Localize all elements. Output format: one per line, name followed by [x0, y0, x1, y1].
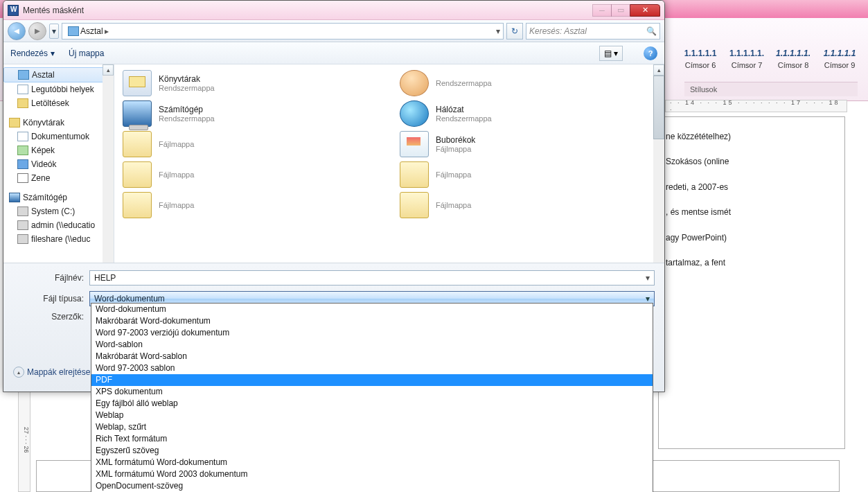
- file-item-type: Rendszermappa: [436, 114, 492, 123]
- address-dropdown-icon[interactable]: ▾: [496, 26, 500, 36]
- file-item[interactable]: Fájlmappa: [400, 161, 649, 188]
- close-button[interactable]: ✕: [630, 4, 660, 17]
- file-item-type: Rendszermappa: [159, 114, 215, 123]
- filetype-option[interactable]: Word-sablon: [91, 339, 653, 351]
- file-item[interactable]: Hálózat Rendszermappa: [400, 100, 649, 127]
- filetype-option[interactable]: Makróbarát Word-dokumentum: [91, 315, 653, 327]
- chevron-down-icon[interactable]: ▾: [646, 273, 650, 283]
- filetype-option[interactable]: XML formátumú Word 2003 dokumentum: [91, 468, 653, 480]
- file-item[interactable]: Fájlmappa: [123, 131, 372, 157]
- filetype-option[interactable]: Weblap, szűrt: [91, 421, 653, 433]
- style-preview[interactable]: 1.1.1.1.1Címsor 9: [818, 49, 861, 69]
- sidebar-item-label: Legutóbbi helyek: [31, 85, 94, 94]
- sidebar-item[interactable]: Képek: [3, 143, 114, 157]
- filetype-option[interactable]: Egy fájlból álló weblap: [91, 398, 653, 410]
- style-preview[interactable]: 1.1.1.1.1.Címsor 8: [772, 49, 815, 69]
- file-item[interactable]: Buborékok Fájlmappa: [400, 131, 649, 157]
- address-segment-label: Asztal: [80, 26, 103, 36]
- sidebar-item[interactable]: Letöltések: [3, 96, 114, 110]
- organize-button[interactable]: Rendezés ▾: [10, 49, 55, 58]
- sidebar-item-label: Képek: [31, 146, 55, 155]
- file-item[interactable]: Rendszermappa: [400, 70, 649, 96]
- folder-icon: [9, 118, 20, 128]
- sidebar-item[interactable]: admin (\\educatio: [3, 218, 114, 232]
- search-input[interactable]: Keresés: Asztal 🔍: [526, 23, 660, 39]
- file-item-type: Fájlmappa: [159, 201, 194, 209]
- style-caption: Címsor 6: [679, 61, 722, 69]
- scroll-up-icon[interactable]: ▴: [653, 64, 664, 76]
- maximize-button[interactable]: ▭: [611, 4, 630, 17]
- document-text: Szokásos (online: [666, 155, 838, 168]
- forward-button[interactable]: ►: [28, 22, 46, 40]
- sidebar-item[interactable]: Asztal: [3, 67, 114, 82]
- file-item[interactable]: Számítógép Rendszermappa: [123, 100, 372, 127]
- sidebar-item[interactable]: Könyvtárak: [3, 116, 114, 130]
- dialog-titlebar[interactable]: Mentés másként ─ ▭ ✕: [3, 1, 664, 20]
- filetype-option[interactable]: OpenDocument-szöveg: [91, 480, 653, 492]
- refresh-button[interactable]: ↻: [506, 23, 523, 39]
- filetype-option[interactable]: Egyszerű szöveg: [91, 445, 653, 457]
- fldempty-icon: [400, 161, 429, 188]
- new-folder-button[interactable]: Új mappa: [69, 49, 104, 58]
- fldempty-icon: [123, 192, 152, 218]
- filetype-option[interactable]: Weblap: [91, 410, 653, 421]
- sidebar-item-label: Letöltések: [31, 98, 69, 108]
- file-item-type: Rendszermappa: [436, 79, 492, 87]
- file-item[interactable]: Fájlmappa: [123, 161, 372, 188]
- file-item[interactable]: Fájlmappa: [123, 192, 372, 218]
- file-item[interactable]: Fájlmappa: [400, 192, 649, 218]
- vertical-ruler: 27 · · · 26: [18, 388, 30, 492]
- filetype-dropdown-list[interactable]: Word-dokumentumMakróbarát Word-dokumentu…: [91, 303, 653, 492]
- style-preview[interactable]: 1.1.1.1.1.Címsor 7: [725, 49, 768, 69]
- style-caption: Címsor 8: [772, 61, 815, 69]
- folder-icon: [17, 220, 28, 230]
- style-preview[interactable]: 1.1.1.1.1Címsor 6: [679, 49, 722, 69]
- hide-folders-button[interactable]: ▴ Mappák elrejtése: [13, 367, 90, 378]
- file-item[interactable]: Könyvtárak Rendszermappa: [123, 70, 372, 96]
- chevron-down-icon[interactable]: ▾: [646, 294, 650, 304]
- sidebar-item[interactable]: fileshare (\\educ: [3, 232, 114, 246]
- sidebar-item[interactable]: Videók: [3, 157, 114, 171]
- sidebar-item-label: Asztal: [32, 70, 55, 80]
- scroll-thumb[interactable]: [653, 76, 664, 139]
- filetype-option[interactable]: Rich Text formátum: [91, 433, 653, 445]
- sidebar-item[interactable]: Zene: [3, 171, 114, 185]
- filetype-option[interactable]: Word 97-2003 verziójú dokumentum: [91, 327, 653, 339]
- nav-history-dropdown[interactable]: ▾: [49, 24, 59, 39]
- sidebar-item-label: Számítógép: [23, 193, 67, 202]
- filetype-option[interactable]: Makróbarát Word-sablon: [91, 351, 653, 362]
- style-number: 1.1.1.1.1: [818, 49, 861, 58]
- file-item-name: Számítógép: [159, 105, 215, 114]
- back-button[interactable]: ◄: [8, 22, 26, 40]
- folder-icon: [17, 85, 28, 94]
- sidebar-item-label: Zene: [31, 173, 50, 183]
- file-item-name: Hálózat: [436, 105, 492, 114]
- style-number: 1.1.1.1.1.: [725, 49, 768, 58]
- authors-label: Szerzők:: [13, 312, 89, 322]
- address-bar[interactable]: Asztal ▸ ▾: [62, 23, 504, 39]
- help-button[interactable]: ?: [644, 46, 657, 60]
- filetype-value: Word-dokumentum: [94, 294, 165, 304]
- sidebar-item[interactable]: Számítógép: [3, 191, 114, 204]
- document-text: agy PowerPoint): [666, 231, 838, 245]
- computer-icon: [123, 100, 152, 127]
- filetype-option[interactable]: XML formátumú Word-dokumentum: [91, 457, 653, 468]
- fldempty-icon: [400, 192, 429, 218]
- sidebar-item-label: Dokumentumok: [31, 132, 89, 141]
- address-segment[interactable]: Asztal ▸: [65, 26, 112, 36]
- filetype-option[interactable]: Word 97-2003 sablon: [91, 362, 653, 374]
- filename-input[interactable]: HELP ▾: [89, 270, 655, 285]
- minimize-button[interactable]: ─: [592, 4, 612, 17]
- folder-icon: [17, 207, 28, 216]
- filetype-option[interactable]: PDF: [91, 374, 653, 386]
- word-icon: [8, 5, 19, 16]
- view-mode-button[interactable]: ▤ ▾: [599, 46, 623, 61]
- folder-icon: [17, 173, 28, 183]
- sidebar-item[interactable]: System (C:): [3, 204, 114, 218]
- sidebar-item[interactable]: Dokumentumok: [3, 130, 114, 143]
- sidebar-item[interactable]: Legutóbbi helyek: [3, 82, 114, 96]
- navigation-bar: ◄ ► ▾ Asztal ▸ ▾ ↻ Keresés: Asztal 🔍: [3, 20, 664, 42]
- filetype-option[interactable]: Word-dokumentum: [91, 304, 653, 315]
- scroll-up-icon[interactable]: ▴: [103, 64, 114, 76]
- filetype-option[interactable]: XPS dokumentum: [91, 386, 653, 398]
